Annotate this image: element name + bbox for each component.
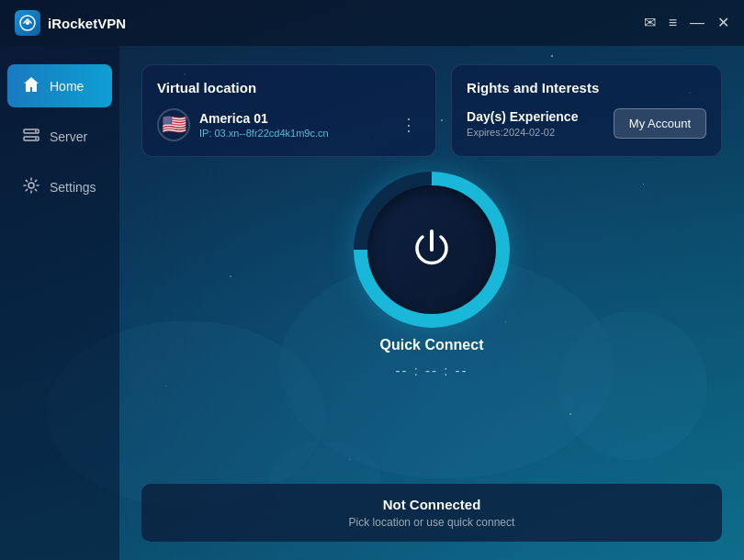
minimize-icon[interactable]: —: [690, 16, 705, 30]
flag-circle: 🇺🇸: [157, 108, 190, 141]
sidebar-settings-label: Settings: [50, 180, 96, 195]
titlebar-left: iRocketVPN: [15, 10, 126, 36]
app-logo: [15, 10, 40, 36]
power-ring-outer[interactable]: [354, 172, 510, 328]
svg-point-5: [35, 138, 37, 140]
main-layout: Home Server: [0, 46, 744, 560]
main-content: Virtual location 🇺🇸 America 01 IP: 03.xn…: [119, 46, 744, 560]
home-icon: [22, 75, 40, 96]
my-account-button[interactable]: My Account: [614, 108, 706, 139]
timer-display: -- : -- : --: [396, 363, 468, 378]
top-cards: Virtual location 🇺🇸 America 01 IP: 03.xn…: [141, 64, 722, 157]
power-icon: [404, 222, 459, 277]
app-window: iRocketVPN ✉ ≡ — ✕ Home: [0, 0, 744, 560]
titlebar: iRocketVPN ✉ ≡ — ✕: [0, 0, 744, 46]
quick-connect-label: Quick Connect: [380, 337, 484, 353]
titlebar-controls: ✉ ≡ — ✕: [644, 16, 729, 30]
location-dots-menu[interactable]: ⋮: [397, 111, 421, 139]
sidebar-item-home[interactable]: Home: [7, 64, 112, 107]
menu-icon[interactable]: ≡: [669, 16, 677, 30]
email-icon[interactable]: ✉: [644, 16, 656, 30]
location-name: America 01: [199, 111, 388, 126]
expires-date: Expires:2024-02-02: [467, 127, 578, 138]
rights-info: Day(s) Experience Expires:2024-02-02: [467, 109, 578, 138]
status-title: Not Connected: [160, 497, 704, 512]
settings-icon: [22, 176, 40, 197]
sidebar-item-settings[interactable]: Settings: [7, 165, 112, 208]
svg-point-4: [35, 130, 37, 132]
rights-row: Day(s) Experience Expires:2024-02-02 My …: [467, 108, 706, 139]
sidebar-server-label: Server: [50, 129, 87, 144]
sidebar-home-label: Home: [50, 79, 84, 94]
virtual-location-card: Virtual location 🇺🇸 America 01 IP: 03.xn…: [141, 64, 436, 157]
virtual-location-title: Virtual location: [157, 80, 421, 95]
rights-title: Rights and Interests: [467, 80, 706, 95]
status-bar: Not Connected Pick location or use quick…: [141, 484, 722, 542]
status-subtitle: Pick location or use quick connect: [160, 516, 704, 529]
rights-card: Rights and Interests Day(s) Experience E…: [451, 64, 722, 157]
flag-emoji: 🇺🇸: [162, 113, 186, 137]
location-row: 🇺🇸 America 01 IP: 03.xn--8fr22cd4k1m9c.c…: [157, 108, 421, 141]
close-icon[interactable]: ✕: [717, 16, 729, 30]
location-info: America 01 IP: 03.xn--8fr22cd4k1m9c.cn: [199, 111, 388, 139]
location-ip: IP: 03.xn--8fr22cd4k1m9c.cn: [199, 128, 388, 139]
server-icon: [22, 126, 40, 147]
svg-point-6: [28, 183, 34, 188]
plan-name: Day(s) Experience: [467, 109, 578, 124]
svg-point-1: [26, 21, 29, 25]
power-ring-inner: [367, 185, 496, 314]
power-section: Quick Connect -- : -- : --: [141, 172, 722, 469]
sidebar: Home Server: [0, 46, 119, 560]
sidebar-item-server[interactable]: Server: [7, 115, 112, 158]
app-name: iRocketVPN: [48, 16, 126, 31]
